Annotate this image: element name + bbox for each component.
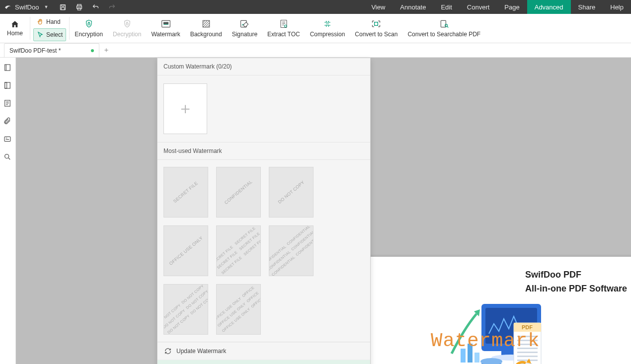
- svg-rect-43: [517, 360, 538, 361]
- watermark-button[interactable]: MARK Watermark: [146, 14, 185, 43]
- search-icon[interactable]: [3, 153, 12, 162]
- attachments-icon[interactable]: [3, 117, 12, 126]
- menu-convert[interactable]: Convert: [460, 0, 497, 14]
- svg-point-23: [4, 154, 8, 158]
- menu-view[interactable]: View: [364, 0, 393, 14]
- svg-rect-22: [4, 137, 10, 141]
- menu-page[interactable]: Page: [497, 0, 527, 14]
- doc-illustration: PDF: [447, 294, 561, 364]
- watermark-icon: MARK: [160, 19, 171, 29]
- preset-confidential-tiled[interactable]: CONFIDENTIAL CONFIDENTIAL CONFIDENTIAL C…: [269, 225, 314, 276]
- document-tab-label: SwifDoo PDF-test *: [9, 47, 61, 54]
- app-name: SwifDoo: [15, 3, 41, 11]
- menu-edit[interactable]: Edit: [433, 0, 459, 14]
- watermark-panel: Custom Watermark (0/20) ＋ Most-used Wate…: [157, 58, 371, 364]
- extract-toc-label: Extract TOC: [267, 31, 300, 38]
- menu-help[interactable]: Help: [603, 0, 631, 14]
- lock-icon: [83, 19, 94, 29]
- workspace: SwifDoo PDF All-in-one PDF Software: [0, 58, 631, 364]
- svg-rect-7: [126, 23, 128, 25]
- compression-label: Compression: [310, 31, 345, 38]
- svg-rect-42: [517, 356, 538, 357]
- decryption-label: Decryption: [113, 31, 141, 38]
- plus-icon: ＋: [177, 98, 193, 120]
- add-tab-button[interactable]: ＋: [99, 43, 113, 57]
- compression-icon: [322, 19, 333, 29]
- preset-office-use-only-tiled[interactable]: OFFICE USE ONLY OFFICE OFFICE USE ONLY O…: [216, 284, 261, 335]
- print-icon[interactable]: [76, 3, 83, 11]
- svg-rect-15: [375, 22, 378, 26]
- preset-grid: SECRET FILE CONFIDENTIAL DO NOT COPY OFF…: [158, 160, 370, 342]
- preset-secret-file[interactable]: SECRET FILE: [163, 167, 208, 218]
- watermark-label: Watermark: [151, 31, 180, 38]
- signature-label: Signature: [232, 31, 257, 38]
- fields-icon[interactable]: [3, 135, 12, 144]
- searchable-icon: [439, 19, 450, 29]
- encryption-button[interactable]: Encryption: [70, 14, 108, 43]
- preset-do-not-copy[interactable]: DO NOT COPY: [269, 167, 314, 218]
- quick-access-toolbar: [56, 3, 116, 11]
- select-label: Select: [46, 31, 63, 38]
- annotations-icon[interactable]: [3, 99, 12, 108]
- toc-icon: [278, 19, 289, 29]
- background-icon: [201, 19, 212, 29]
- undo-icon[interactable]: [92, 3, 99, 11]
- doc-title-1: SwifDoo PDF: [525, 270, 581, 280]
- convert-searchable-button[interactable]: Convert to Searchable PDF: [402, 14, 485, 43]
- add-watermark-tile[interactable]: ＋: [163, 83, 207, 134]
- home-button[interactable]: Home: [0, 14, 30, 43]
- mostused-heading: Most-used Watermark: [158, 143, 370, 160]
- save-icon[interactable]: [59, 3, 67, 11]
- menu-advanced[interactable]: Advanced: [527, 0, 571, 14]
- document-tab-bar: SwifDoo PDF-test * ＋: [0, 43, 631, 58]
- convert-scan-button[interactable]: Convert to Scan: [350, 14, 402, 43]
- svg-text:MARK: MARK: [163, 22, 168, 24]
- home-label: Home: [7, 30, 23, 37]
- thumbnails-icon[interactable]: [3, 64, 12, 73]
- title-left: SwifDoo ▼: [0, 0, 116, 14]
- unlock-icon: [122, 19, 133, 29]
- watermark-sample-text: Watermark: [431, 330, 540, 352]
- svg-rect-1: [62, 4, 64, 6]
- select-tool[interactable]: Select: [33, 28, 66, 41]
- svg-rect-6: [88, 23, 90, 25]
- title-bar: SwifDoo ▼ View Annotate Edit Convert Pag…: [0, 0, 631, 14]
- hand-tool[interactable]: Hand: [33, 15, 66, 28]
- menu-annotate[interactable]: Annotate: [393, 0, 433, 14]
- menu-share[interactable]: Share: [571, 0, 603, 14]
- unsaved-indicator-icon: [91, 49, 94, 52]
- document-tab[interactable]: SwifDoo PDF-test *: [4, 43, 99, 57]
- app-dropdown-icon[interactable]: ▼: [44, 4, 53, 9]
- svg-text:PDF: PDF: [522, 324, 533, 330]
- bookmarks-icon[interactable]: [3, 81, 12, 90]
- preset-secret-file-tiled[interactable]: SECRET FILE SECRET FILE SECRET FILE SECR…: [216, 225, 261, 276]
- preset-office-use-only[interactable]: OFFICE USE ONLY: [163, 225, 208, 276]
- update-watermark-row[interactable]: Update Watermark: [158, 342, 370, 360]
- extract-toc-button[interactable]: Extract TOC: [262, 14, 305, 43]
- convert-scan-label: Convert to Scan: [355, 31, 397, 38]
- ribbon-toolbar: Home Hand Select Encryption Decryption M…: [0, 14, 631, 43]
- home-icon: [10, 20, 20, 29]
- update-watermark-label: Update Watermark: [176, 348, 226, 355]
- pointer-tools: Hand Select: [30, 14, 69, 43]
- redo-icon[interactable]: [108, 3, 116, 11]
- svg-rect-19: [4, 82, 10, 88]
- preset-confidential[interactable]: CONFIDENTIAL: [216, 167, 261, 218]
- decryption-button[interactable]: Decryption: [108, 14, 146, 43]
- signature-icon: [239, 19, 250, 29]
- main-menu: View Annotate Edit Convert Page Advanced…: [364, 0, 631, 14]
- hand-label: Hand: [46, 18, 61, 25]
- preset-do-not-copy-tiled[interactable]: DO NOT COPY DO NOT COPY DO NOT COPY DO N…: [163, 284, 208, 335]
- svg-rect-13: [281, 20, 287, 28]
- document-page: SwifDoo PDF All-in-one PDF Software: [357, 257, 631, 364]
- background-button[interactable]: Background: [185, 14, 227, 43]
- delete-watermark-row[interactable]: Delete Watermark: [158, 360, 370, 364]
- svg-rect-2: [62, 7, 65, 9]
- doc-title-2: All-in-one PDF Software: [525, 284, 627, 294]
- encryption-label: Encryption: [75, 31, 103, 38]
- compression-button[interactable]: Compression: [305, 14, 350, 43]
- left-rail: [0, 58, 16, 364]
- signature-button[interactable]: Signature: [227, 14, 262, 43]
- canvas-area[interactable]: SwifDoo PDF All-in-one PDF Software: [16, 58, 631, 364]
- app-logo-icon: [4, 3, 12, 11]
